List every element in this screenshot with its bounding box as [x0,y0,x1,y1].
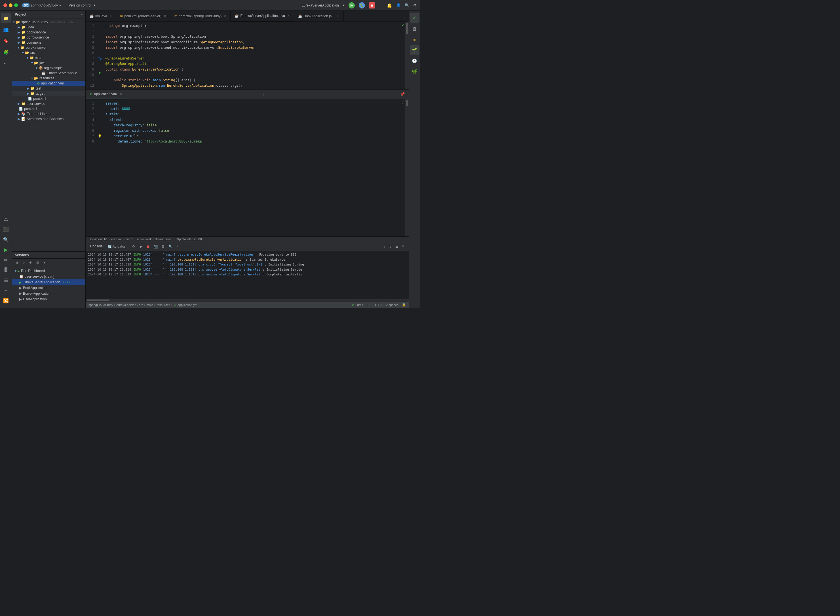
tree-item-resources[interactable]: ▾ 📂 resources [12,76,85,81]
run-button[interactable]: ▶ [349,2,355,9]
yml-scrollbar[interactable] [405,99,409,236]
run-target[interactable]: EurekaServerApplication [302,3,339,7]
file-tab-more-icon[interactable]: ⋮ [259,92,268,96]
line-ending[interactable]: LF [367,303,371,307]
sidebar-item-vcs[interactable]: 🔀 [1,296,11,306]
sidebar-item-run[interactable]: ▶ [1,245,11,255]
right-icon-maven[interactable]: m [410,35,419,44]
sidebar-item-plugins[interactable]: 🧩 [1,47,11,57]
tab-pom-spring[interactable]: m pom.xml (springCloudStudy) ✕ [171,11,231,22]
pin-icon[interactable]: 📌 [400,92,405,96]
services-tree[interactable]: ▾ ▶ Run Dashboard 📋 user-service [clean]… [12,267,85,303]
close-icon[interactable]: ✕ [337,15,340,18]
sidebar-item-database[interactable]: 🗄 [1,265,11,275]
yml-code-area[interactable]: 12345678 💡 server: port: 88 [86,99,405,236]
sidebar-item-search[interactable]: 🔍 [1,234,11,245]
tree-item-eureka-app[interactable]: ☕ EurekaServerApplic... [12,70,85,76]
close-icon[interactable]: ✕ [120,92,122,95]
tree-item-book-service[interactable]: ▶ 📁 book-service [12,30,85,35]
console-split[interactable]: ⊞ [160,244,166,249]
console-screenshot[interactable]: 📷 [153,244,159,249]
java-code-area[interactable]: 1234567891011121314 🐾 [86,22,405,89]
close-icon[interactable]: ✕ [109,15,112,18]
console-run[interactable]: ▶ [138,244,144,249]
sb-yml[interactable]: application.yml [178,303,198,307]
tab-book-app[interactable]: ☕ BookApplication.ja... ✕ [294,11,344,22]
tree-item-borrow-service[interactable]: ▶ 📁 borrow-service [12,35,85,40]
tree-item-src[interactable]: ▾ 📂 src [12,50,85,55]
scroll-list-icon[interactable]: ☰ [394,244,400,249]
tree-item-commons[interactable]: ▶ 📁 commons [12,40,85,45]
tree-item-pom-eureka[interactable]: 📄 pom.xml [12,96,85,101]
console-hscrollbar[interactable] [86,299,409,301]
console-search[interactable]: 🔍 [168,244,173,249]
scroll-end-icon[interactable]: ⇩ [400,244,406,249]
right-icon-spring[interactable]: 🌱 [410,45,419,55]
sb-eureka[interactable]: eureka-server [116,303,136,307]
search-icon[interactable]: 🔍 [405,3,409,7]
sidebar-item-bookmark[interactable]: 🔖 [1,36,11,46]
encoding[interactable]: UTF-8 [374,303,382,307]
tree-item-test[interactable]: ▶ 📁 test [12,86,85,91]
user-icon[interactable]: 👤 [396,3,401,7]
console-more[interactable]: ⋮ [175,244,181,249]
more-options-icon[interactable]: ⋮ [379,3,383,7]
indent-setting[interactable]: 2 spaces [386,303,399,307]
tab-more-icon[interactable]: ⋮ [400,14,409,18]
right-icon-leaf[interactable]: 🌿 [410,67,419,76]
java-scrollbar[interactable] [405,22,409,89]
tree-item-application-yml[interactable]: ⚙ application.yml [12,81,85,86]
tree-item-main[interactable]: ▾ 📂 main [12,55,85,60]
yml-code-content[interactable]: server: port: 8888 eureka: client: fetch… [103,99,405,236]
tab-ion-java[interactable]: ☕ ion.java ✕ [86,11,116,22]
service-item-run-dashboard[interactable]: ▾ ▶ Run Dashboard [12,268,85,274]
maximize-button[interactable] [14,3,18,7]
stop-button[interactable]: ⏹ [369,2,375,9]
tree-item-java[interactable]: ▾ 📂 java [12,60,85,66]
service-item-eureka-active[interactable]: ▶ EurekaServerApplication :8888/ [12,279,85,285]
tree-item-org-example[interactable]: ▾ 📦 org.example [12,66,85,70]
project-selector[interactable]: SC springCloudStudy ▾ [22,3,61,7]
sidebar-item-breakpoints[interactable]: ⏤ [1,285,11,296]
right-icon-db[interactable]: 🗄 [410,24,419,34]
service-item-user[interactable]: 📋 user-service [clean] [12,274,85,279]
console-stop[interactable]: ⏹ [146,244,151,249]
breadcrumb-client[interactable]: client: [125,238,133,241]
tree-item-external-libs[interactable]: ▶ 📚 External Libraries [12,111,85,116]
console-refresh[interactable]: ⟳ [131,244,137,249]
services-expand-all[interactable]: ⊕ [14,260,21,266]
scroll-down-icon[interactable]: ↓ [388,244,393,249]
right-icon-git[interactable]: ✓ [410,13,419,23]
close-icon[interactable]: ✕ [288,14,290,17]
notifications-icon[interactable]: 🔔 [387,3,392,8]
tree-item-user-service[interactable]: ▶ 📁 user-service [12,101,85,106]
cursor-position[interactable]: 8:47 [357,303,363,307]
service-item-borrow[interactable]: ▶ BorrowApplication [12,291,85,296]
project-tree[interactable]: ▾ 📂 springCloudStudy ~/Desktop/CS/Jav...… [12,18,85,251]
settings-icon[interactable]: ⚙ [413,3,416,7]
tree-item-eureka-server[interactable]: ▾ 📂 eureka-server [12,45,85,50]
java-code-content[interactable]: package org.example; import org.springfr… [103,22,405,89]
breadcrumb-eureka[interactable]: eureka: [111,238,122,241]
services-collapse[interactable]: ✕ [21,260,27,266]
debug-button[interactable]: 🐛 [359,2,365,9]
services-add[interactable]: + [41,260,48,266]
tree-item-idea[interactable]: ▶ 📁 .idea [12,25,85,30]
yml-tab[interactable]: ⚙ application.yml ✕ [86,89,126,99]
sb-resources[interactable]: resources [156,303,170,307]
tree-item-scratches[interactable]: ▶ 📝 Scratches and Consoles [12,116,85,122]
minimize-button[interactable] [9,3,12,7]
sidebar-item-terminal[interactable]: ⬛ [1,224,11,234]
breadcrumb-service-url[interactable]: service-url: [137,238,152,241]
tab-pom-eureka[interactable]: m pom.xml (eureka-server) ✕ [116,11,171,22]
right-icon-history[interactable]: 🕐 [410,56,419,66]
tree-item-target[interactable]: ▶ 📁 target [12,91,85,96]
sidebar-item-git[interactable]: 👥 [1,24,11,35]
breadcrumb-defaultzone[interactable]: defaultZone: [155,238,172,241]
sidebar-item-structure[interactable]: ☰ [1,275,11,285]
service-item-book[interactable]: ▶ BookApplication [12,285,85,291]
tree-item-root[interactable]: ▾ 📂 springCloudStudy ~/Desktop/CS/Jav... [12,19,85,25]
service-item-user-app[interactable]: ▶ UserApplication [12,296,85,302]
tab-eureka-app[interactable]: ☕ EurekaServerApplication.java ✕ [231,11,294,22]
actuator-tab[interactable]: 🔄 Actuator [106,244,127,249]
